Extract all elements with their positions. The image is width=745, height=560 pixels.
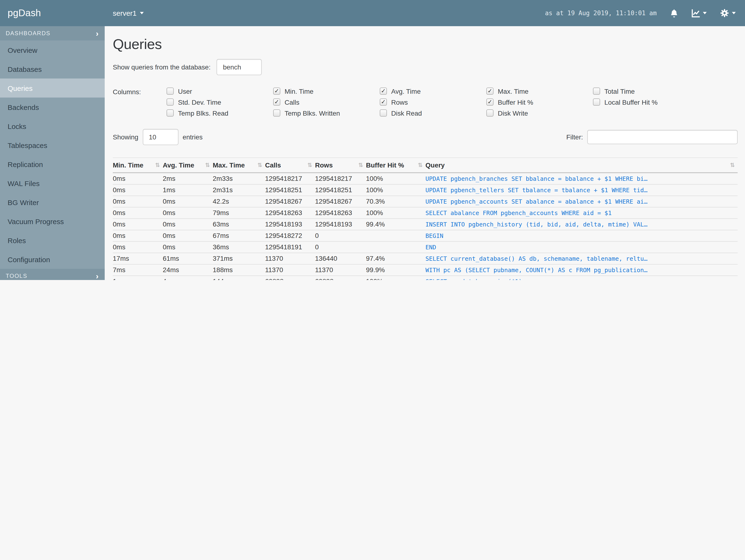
checkbox[interactable] [167,98,174,106]
column-checkbox-option: Calls [273,98,380,106]
table-row: 17ms 61ms 371ms 11370 136440 97.4% SELEC… [113,253,738,264]
sidebar-item[interactable]: Roles [0,231,105,250]
cell-min-time: 0ms [113,219,163,230]
column-header[interactable]: Rows [315,158,366,173]
sidebar-item[interactable]: Databases [0,60,105,78]
column-header[interactable]: Buffer Hit % [366,158,425,173]
page-title: Queries [113,36,738,52]
sort-icon[interactable] [205,162,210,168]
checkbox[interactable] [593,98,600,106]
checkbox[interactable] [167,109,174,117]
checkbox[interactable] [167,88,174,95]
columns-label: Columns: [113,88,167,117]
column-checkbox-option: Total Time [593,88,700,95]
cell-avg-time: 0ms [163,219,213,230]
column-header[interactable]: Max. Time [213,158,265,173]
sidebar-item[interactable]: Configuration [0,250,105,269]
query-link[interactable]: BEGIN [425,232,733,239]
cell-query: UPDATE pgbench_branches SET bbalance = b… [425,173,738,185]
checkbox[interactable] [380,88,387,95]
sort-icon[interactable] [257,162,262,168]
filter-input[interactable] [587,130,738,144]
sidebar-item[interactable]: Replication [0,155,105,174]
sort-icon[interactable] [155,162,160,168]
filter-label: Filter: [566,133,583,141]
column-checkbox-option: User [167,88,273,95]
sidebar-item[interactable]: Queries [0,78,105,98]
column-header[interactable]: Calls [265,158,315,173]
cell-query: SELECT pg_database_size($1) [425,276,738,280]
server-selector[interactable]: server1 [113,9,144,17]
sidebar-item[interactable]: Locks [0,117,105,136]
section-label: DASHBOARDS [6,30,51,37]
checkbox-label: Buffer Hit % [498,98,533,106]
table-controls: Showing entries Filter: [113,129,738,145]
cell-buffer-hit: 97.4% [366,253,425,264]
cell-avg-time: 4ms [163,276,213,280]
checkbox[interactable] [273,98,280,106]
sort-icon[interactable] [358,162,363,168]
cell-max-time: 42.2s [213,196,265,207]
sidebar-section-header-dashboards[interactable]: DASHBOARDS [0,26,105,40]
cell-query: SELECT abalance FROM pgbench_accounts WH… [425,207,738,219]
sidebar-item[interactable]: Vacuum Progress [0,212,105,231]
cell-query: UPDATE pgbench_tellers SET tbalance = tb… [425,185,738,196]
top-bar-actions: as at 19 Aug 2019, 11:10:01 am [545,8,745,18]
sidebar-item[interactable]: BG Writer [0,193,105,212]
cell-max-time: 144ms [213,276,265,280]
table-row: 1ms 4ms 144ms 60898 60898 100% SELECT pg… [113,276,738,280]
query-link[interactable]: WITH pc AS (SELECT pubname, COUNT(*) AS … [425,266,733,273]
table-row: 0ms 0ms 67ms 1295418272 0 BEGIN [113,230,738,241]
sidebar-item[interactable]: Backends [0,98,105,117]
column-header[interactable]: Avg. Time [163,158,213,173]
cell-max-time: 36ms [213,241,265,253]
notifications-button[interactable] [670,9,678,18]
page-size-control: Showing entries [113,129,202,145]
queries-table: Min. TimeAvg. TimeMax. TimeCallsRowsBuff… [113,158,738,280]
query-link[interactable]: SELECT abalance FROM pgbench_accounts WH… [425,209,733,217]
checkbox-label: Rows [391,98,408,106]
sidebar-item[interactable]: WAL Files [0,174,105,193]
query-link[interactable]: UPDATE pgbench_accounts SET abalance = a… [425,198,733,205]
table-row: 0ms 0ms 42.2s 1295418267 1295418267 70.3… [113,196,738,207]
query-link[interactable]: SELECT pg_database_size($1) [425,278,733,280]
sort-icon[interactable] [730,162,735,168]
sort-icon[interactable] [418,162,423,168]
checkbox[interactable] [380,98,387,106]
charts-menu-button[interactable] [691,9,707,18]
sidebar-item[interactable]: Overview [0,40,105,60]
database-select-row: Show queries from the database: [113,59,738,75]
database-input[interactable] [217,59,262,75]
checkbox-label: Max. Time [498,87,528,95]
query-link[interactable]: SELECT current_database() AS db, scheman… [425,255,733,262]
checkbox[interactable] [380,109,387,117]
column-header[interactable]: Query [425,158,738,173]
database-label: Show queries from the database: [113,63,210,71]
checkbox[interactable] [593,88,600,95]
checkbox[interactable] [486,88,493,95]
entries-label: entries [183,133,202,141]
sidebar-items: Overview Databases Queries Backends [0,40,105,269]
checkbox[interactable] [273,88,280,95]
cell-min-time: 0ms [113,173,163,185]
query-link[interactable]: INSERT INTO pgbench_history (tid, bid, a… [425,221,733,228]
sort-icon[interactable] [307,162,312,168]
cell-rows: 11370 [315,264,366,276]
query-link[interactable]: END [425,243,733,251]
app-logo[interactable]: pgDash [0,8,105,19]
checkbox[interactable] [486,98,493,106]
page-size-input[interactable] [142,129,178,145]
checkbox[interactable] [273,109,280,117]
column-header[interactable]: Min. Time [113,158,163,173]
cell-rows: 60898 [315,276,366,280]
query-link[interactable]: UPDATE pgbench_tellers SET tbalance = tb… [425,187,733,194]
query-link[interactable]: UPDATE pgbench_branches SET bbalance = b… [425,175,733,182]
sidebar-item[interactable]: Tablespaces [0,136,105,155]
showing-label: Showing [113,133,138,141]
cell-min-time: 17ms [113,253,163,264]
checkbox[interactable] [486,109,493,117]
settings-menu-button[interactable] [720,8,736,18]
sidebar-section-header-tools[interactable]: TOOLS [0,269,105,280]
cell-min-time: 0ms [113,230,163,241]
gear-icon [720,8,729,18]
